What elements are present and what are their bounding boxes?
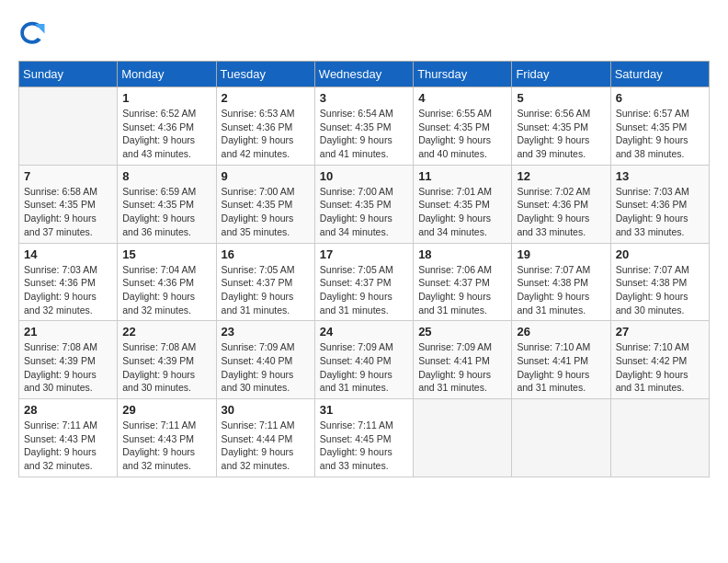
day-info: Sunrise: 7:00 AM Sunset: 4:35 PM Dayligh… <box>222 185 310 239</box>
day-number: 14 <box>24 247 112 261</box>
day-info: Sunrise: 7:10 AM Sunset: 4:42 PM Dayligh… <box>616 340 704 395</box>
calendar-cell: 26Sunrise: 7:10 AM Sunset: 4:41 PM Dayli… <box>512 321 610 399</box>
day-info: Sunrise: 7:03 AM Sunset: 4:36 PM Dayligh… <box>24 263 112 317</box>
calendar-cell: 5Sunrise: 6:56 AM Sunset: 4:35 PM Daylig… <box>512 87 610 166</box>
calendar-cell: 25Sunrise: 7:09 AM Sunset: 4:41 PM Dayli… <box>414 321 512 399</box>
weekday-header-tuesday: Tuesday <box>216 62 314 87</box>
calendar-cell <box>610 399 709 477</box>
calendar-cell: 8Sunrise: 6:59 AM Sunset: 4:35 PM Daylig… <box>118 165 216 243</box>
day-info: Sunrise: 7:04 AM Sunset: 4:36 PM Dayligh… <box>122 263 210 317</box>
day-info: Sunrise: 7:02 AM Sunset: 4:36 PM Dayligh… <box>517 185 605 239</box>
calendar-cell: 3Sunrise: 6:54 AM Sunset: 4:35 PM Daylig… <box>314 87 413 166</box>
day-info: Sunrise: 7:09 AM Sunset: 4:41 PM Dayligh… <box>418 340 506 395</box>
day-number: 5 <box>517 91 605 105</box>
weekday-header-thursday: Thursday <box>414 62 512 87</box>
day-info: Sunrise: 7:11 AM Sunset: 4:45 PM Dayligh… <box>320 419 408 473</box>
calendar-cell: 15Sunrise: 7:04 AM Sunset: 4:36 PM Dayli… <box>118 243 216 321</box>
day-number: 23 <box>222 325 310 339</box>
day-number: 18 <box>418 247 506 261</box>
day-info: Sunrise: 7:11 AM Sunset: 4:43 PM Dayligh… <box>122 419 210 473</box>
day-number: 19 <box>517 247 605 261</box>
day-info: Sunrise: 7:05 AM Sunset: 4:37 PM Dayligh… <box>222 263 310 317</box>
day-number: 8 <box>122 169 210 183</box>
page-header <box>18 18 710 46</box>
day-number: 29 <box>122 403 210 417</box>
day-number: 17 <box>320 247 408 261</box>
calendar-cell: 12Sunrise: 7:02 AM Sunset: 4:36 PM Dayli… <box>512 165 610 243</box>
calendar-cell: 13Sunrise: 7:03 AM Sunset: 4:36 PM Dayli… <box>610 165 709 243</box>
weekday-header-saturday: Saturday <box>610 62 709 87</box>
calendar-cell: 22Sunrise: 7:08 AM Sunset: 4:39 PM Dayli… <box>118 321 216 399</box>
calendar-cell: 2Sunrise: 6:53 AM Sunset: 4:36 PM Daylig… <box>216 87 314 166</box>
calendar-cell: 14Sunrise: 7:03 AM Sunset: 4:36 PM Dayli… <box>19 243 118 321</box>
day-number: 15 <box>122 247 210 261</box>
weekday-header-row: SundayMondayTuesdayWednesdayThursdayFrid… <box>19 62 710 87</box>
day-number: 31 <box>320 403 408 417</box>
calendar-week-row: 21Sunrise: 7:08 AM Sunset: 4:39 PM Dayli… <box>19 321 710 399</box>
calendar-cell <box>512 399 610 477</box>
day-info: Sunrise: 6:57 AM Sunset: 4:35 PM Dayligh… <box>616 107 704 161</box>
calendar-cell: 1Sunrise: 6:52 AM Sunset: 4:36 PM Daylig… <box>118 87 216 166</box>
day-number: 6 <box>616 91 704 105</box>
calendar-cell: 6Sunrise: 6:57 AM Sunset: 4:35 PM Daylig… <box>610 87 709 166</box>
weekday-header-friday: Friday <box>512 62 610 87</box>
day-number: 27 <box>616 325 704 339</box>
day-number: 20 <box>616 247 704 261</box>
calendar-cell: 10Sunrise: 7:00 AM Sunset: 4:35 PM Dayli… <box>314 165 413 243</box>
day-number: 9 <box>222 169 310 183</box>
day-info: Sunrise: 7:05 AM Sunset: 4:37 PM Dayligh… <box>320 263 408 317</box>
calendar-cell: 30Sunrise: 7:11 AM Sunset: 4:44 PM Dayli… <box>216 399 314 477</box>
day-number: 2 <box>222 91 310 105</box>
logo <box>18 18 50 46</box>
day-number: 7 <box>24 169 112 183</box>
logo-icon <box>18 18 46 46</box>
calendar-cell: 16Sunrise: 7:05 AM Sunset: 4:37 PM Dayli… <box>216 243 314 321</box>
day-number: 16 <box>222 247 310 261</box>
day-number: 4 <box>418 91 506 105</box>
day-info: Sunrise: 6:55 AM Sunset: 4:35 PM Dayligh… <box>418 107 506 161</box>
calendar-cell: 7Sunrise: 6:58 AM Sunset: 4:35 PM Daylig… <box>19 165 118 243</box>
calendar-cell: 23Sunrise: 7:09 AM Sunset: 4:40 PM Dayli… <box>216 321 314 399</box>
day-number: 1 <box>122 91 210 105</box>
day-info: Sunrise: 7:07 AM Sunset: 4:38 PM Dayligh… <box>517 263 605 317</box>
day-info: Sunrise: 6:58 AM Sunset: 4:35 PM Dayligh… <box>24 185 112 239</box>
day-info: Sunrise: 6:54 AM Sunset: 4:35 PM Dayligh… <box>320 107 408 161</box>
calendar-week-row: 1Sunrise: 6:52 AM Sunset: 4:36 PM Daylig… <box>19 87 710 166</box>
calendar-week-row: 14Sunrise: 7:03 AM Sunset: 4:36 PM Dayli… <box>19 243 710 321</box>
weekday-header-monday: Monday <box>118 62 216 87</box>
day-info: Sunrise: 6:56 AM Sunset: 4:35 PM Dayligh… <box>517 107 605 161</box>
day-info: Sunrise: 7:08 AM Sunset: 4:39 PM Dayligh… <box>24 340 112 395</box>
day-number: 3 <box>320 91 408 105</box>
calendar-week-row: 28Sunrise: 7:11 AM Sunset: 4:43 PM Dayli… <box>19 399 710 477</box>
day-info: Sunrise: 7:09 AM Sunset: 4:40 PM Dayligh… <box>222 340 310 395</box>
calendar-cell: 21Sunrise: 7:08 AM Sunset: 4:39 PM Dayli… <box>19 321 118 399</box>
day-number: 25 <box>418 325 506 339</box>
calendar-cell: 4Sunrise: 6:55 AM Sunset: 4:35 PM Daylig… <box>414 87 512 166</box>
day-info: Sunrise: 7:09 AM Sunset: 4:40 PM Dayligh… <box>320 340 408 395</box>
day-number: 21 <box>24 325 112 339</box>
day-info: Sunrise: 7:00 AM Sunset: 4:35 PM Dayligh… <box>320 185 408 239</box>
calendar-cell: 28Sunrise: 7:11 AM Sunset: 4:43 PM Dayli… <box>19 399 118 477</box>
calendar-week-row: 7Sunrise: 6:58 AM Sunset: 4:35 PM Daylig… <box>19 165 710 243</box>
calendar-cell: 18Sunrise: 7:06 AM Sunset: 4:37 PM Dayli… <box>414 243 512 321</box>
calendar-cell: 17Sunrise: 7:05 AM Sunset: 4:37 PM Dayli… <box>314 243 413 321</box>
calendar-cell <box>414 399 512 477</box>
day-number: 26 <box>517 325 605 339</box>
day-number: 12 <box>517 169 605 183</box>
day-number: 22 <box>122 325 210 339</box>
calendar-cell <box>19 87 118 166</box>
calendar-table: SundayMondayTuesdayWednesdayThursdayFrid… <box>18 61 710 477</box>
day-info: Sunrise: 7:01 AM Sunset: 4:35 PM Dayligh… <box>418 185 506 239</box>
calendar-cell: 11Sunrise: 7:01 AM Sunset: 4:35 PM Dayli… <box>414 165 512 243</box>
day-info: Sunrise: 7:07 AM Sunset: 4:38 PM Dayligh… <box>616 263 704 317</box>
day-info: Sunrise: 7:11 AM Sunset: 4:44 PM Dayligh… <box>222 419 310 473</box>
day-info: Sunrise: 6:53 AM Sunset: 4:36 PM Dayligh… <box>222 107 310 161</box>
day-info: Sunrise: 7:11 AM Sunset: 4:43 PM Dayligh… <box>24 419 112 473</box>
day-number: 11 <box>418 169 506 183</box>
calendar-cell: 19Sunrise: 7:07 AM Sunset: 4:38 PM Dayli… <box>512 243 610 321</box>
calendar-cell: 29Sunrise: 7:11 AM Sunset: 4:43 PM Dayli… <box>118 399 216 477</box>
day-info: Sunrise: 7:10 AM Sunset: 4:41 PM Dayligh… <box>517 340 605 395</box>
day-info: Sunrise: 6:59 AM Sunset: 4:35 PM Dayligh… <box>122 185 210 239</box>
calendar-cell: 31Sunrise: 7:11 AM Sunset: 4:45 PM Dayli… <box>314 399 413 477</box>
day-number: 28 <box>24 403 112 417</box>
